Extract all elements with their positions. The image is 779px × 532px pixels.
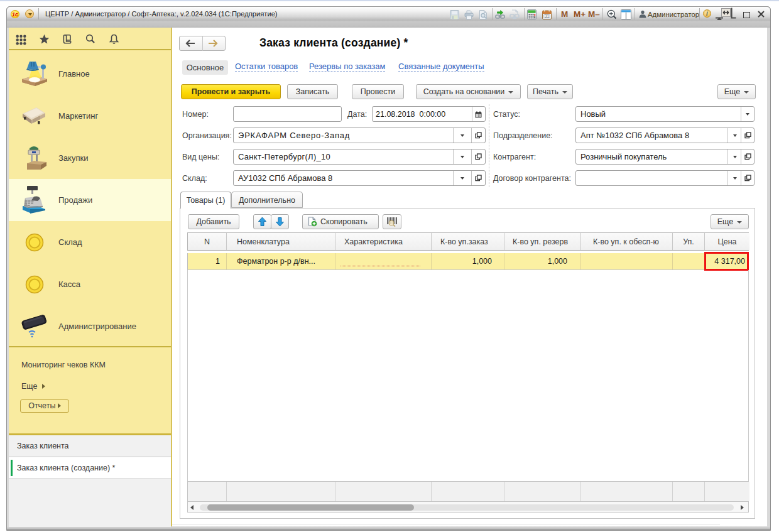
svg-text:31: 31 xyxy=(545,14,550,18)
